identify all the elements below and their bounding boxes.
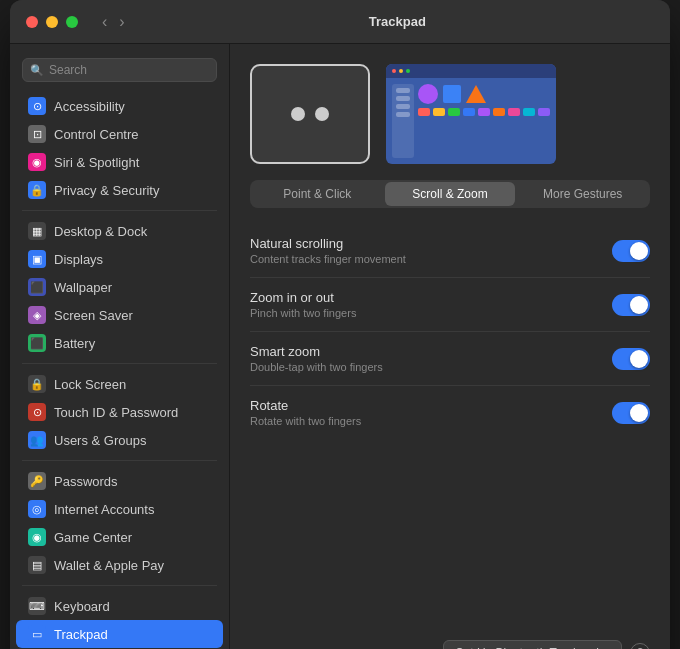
screen-red-dot: [392, 69, 396, 73]
nav-buttons: ‹ ›: [98, 12, 129, 32]
sidebar-label-desktop-dock: Desktop & Dock: [54, 224, 147, 239]
setting-label-natural-scrolling: Natural scrolling: [250, 236, 406, 251]
screen-preview: [386, 64, 556, 164]
traffic-lights: [26, 16, 78, 28]
minimize-button[interactable]: [46, 16, 58, 28]
keyboard-icon: ⌨: [28, 597, 46, 615]
screen-inner: [386, 64, 556, 164]
sidebar-line: [396, 104, 410, 109]
tab-scroll-zoom[interactable]: Scroll & Zoom: [385, 182, 516, 206]
displays-icon: ▣: [28, 250, 46, 268]
sidebar-label-battery: Battery: [54, 336, 95, 351]
sidebar-item-game-center[interactable]: ◉Game Center: [16, 523, 223, 551]
search-icon: 🔍: [30, 64, 44, 77]
setting-desc-zoom-in-out: Pinch with two fingers: [250, 307, 356, 319]
search-input[interactable]: [22, 58, 217, 82]
sidebar-line: [396, 96, 410, 101]
sidebar-item-users-groups[interactable]: 👥Users & Groups: [16, 426, 223, 454]
back-button[interactable]: ‹: [98, 12, 111, 32]
sidebar-item-passwords[interactable]: 🔑Passwords: [16, 467, 223, 495]
content-area: 🔍 ⊙Accessibility⊡Control Centre◉Siri & S…: [10, 44, 670, 649]
shape-triangle: [466, 85, 486, 103]
sidebar-label-touch-id-password: Touch ID & Password: [54, 405, 178, 420]
sidebar-line: [396, 112, 410, 117]
main-content: Point & Click Scroll & Zoom More Gesture…: [230, 44, 670, 649]
sidebar-item-wallet-apple-pay[interactable]: ▤Wallet & Apple Pay: [16, 551, 223, 579]
setting-row-smart-zoom: Smart zoomDouble-tap with two fingers: [250, 332, 650, 386]
trackpad-preview: [250, 64, 370, 164]
color-swatch-8: [538, 108, 550, 116]
touch-id-password-icon: ⊙: [28, 403, 46, 421]
toggle-zoom-in-out[interactable]: [612, 294, 650, 316]
tab-more-gestures[interactable]: More Gestures: [517, 182, 648, 206]
sidebar-item-displays[interactable]: ▣Displays: [16, 245, 223, 273]
setting-text-rotate: RotateRotate with two fingers: [250, 398, 361, 427]
control-centre-icon: ⊡: [28, 125, 46, 143]
sidebar-item-control-centre[interactable]: ⊡Control Centre: [16, 120, 223, 148]
divider-4: [22, 585, 217, 586]
close-button[interactable]: [26, 16, 38, 28]
sidebar-label-internet-accounts: Internet Accounts: [54, 502, 154, 517]
screen-shapes: [418, 84, 550, 104]
sidebar-item-wallpaper[interactable]: ⬛Wallpaper: [16, 273, 223, 301]
maximize-button[interactable]: [66, 16, 78, 28]
sidebar-label-keyboard: Keyboard: [54, 599, 110, 614]
sidebar-item-battery[interactable]: ⬛Battery: [16, 329, 223, 357]
screen-top-bar: [386, 64, 556, 78]
tab-bar: Point & Click Scroll & Zoom More Gesture…: [250, 180, 650, 208]
toggle-natural-scrolling[interactable]: [612, 240, 650, 262]
color-swatch-7: [523, 108, 535, 116]
toggle-knob-rotate: [630, 404, 648, 422]
wallet-apple-pay-icon: ▤: [28, 556, 46, 574]
window-title: Trackpad: [141, 14, 654, 29]
color-swatch-1: [433, 108, 445, 116]
setting-row-rotate: RotateRotate with two fingers: [250, 386, 650, 439]
sidebar-item-trackpad[interactable]: ▭Trackpad: [16, 620, 223, 648]
toggle-smart-zoom[interactable]: [612, 348, 650, 370]
screen-content: [386, 78, 556, 164]
setting-row-zoom-in-out: Zoom in or outPinch with two fingers: [250, 278, 650, 332]
sidebar-item-accessibility[interactable]: ⊙Accessibility: [16, 92, 223, 120]
screen-green-dot: [406, 69, 410, 73]
color-swatches: [418, 108, 550, 116]
desktop-dock-icon: ▦: [28, 222, 46, 240]
setting-row-natural-scrolling: Natural scrollingContent tracks finger m…: [250, 224, 650, 278]
forward-button[interactable]: ›: [115, 12, 128, 32]
titlebar: ‹ › Trackpad: [10, 0, 670, 44]
color-swatch-5: [493, 108, 505, 116]
dot-left: [291, 107, 305, 121]
setup-bluetooth-button[interactable]: Set Up Bluetooth Trackpad...: [443, 640, 622, 649]
passwords-icon: 🔑: [28, 472, 46, 490]
setting-label-zoom-in-out: Zoom in or out: [250, 290, 356, 305]
main-window: ‹ › Trackpad 🔍 ⊙Accessibility⊡Control Ce…: [10, 0, 670, 649]
sidebar-label-accessibility: Accessibility: [54, 99, 125, 114]
help-button[interactable]: ?: [630, 643, 650, 649]
sidebar-label-users-groups: Users & Groups: [54, 433, 146, 448]
sidebar-label-trackpad: Trackpad: [54, 627, 108, 642]
sidebar-label-wallpaper: Wallpaper: [54, 280, 112, 295]
sidebar-item-lock-screen[interactable]: 🔒Lock Screen: [16, 370, 223, 398]
trackpad-dots: [291, 107, 329, 121]
sidebar-label-game-center: Game Center: [54, 530, 132, 545]
color-swatch-2: [448, 108, 460, 116]
sidebar-item-screen-saver[interactable]: ◈Screen Saver: [16, 301, 223, 329]
sidebar-group2: ▦Desktop & Dock▣Displays⬛Wallpaper◈Scree…: [10, 217, 229, 357]
sidebar-item-touch-id-password[interactable]: ⊙Touch ID & Password: [16, 398, 223, 426]
siri-spotlight-icon: ◉: [28, 153, 46, 171]
sidebar-item-desktop-dock[interactable]: ▦Desktop & Dock: [16, 217, 223, 245]
toggle-rotate[interactable]: [612, 402, 650, 424]
screen-yellow-dot: [399, 69, 403, 73]
tab-point-click[interactable]: Point & Click: [252, 182, 383, 206]
sidebar: 🔍 ⊙Accessibility⊡Control Centre◉Siri & S…: [10, 44, 230, 649]
setting-label-rotate: Rotate: [250, 398, 361, 413]
color-swatch-6: [508, 108, 520, 116]
toggle-knob-natural-scrolling: [630, 242, 648, 260]
toggle-knob-zoom-in-out: [630, 296, 648, 314]
sidebar-item-keyboard[interactable]: ⌨Keyboard: [16, 592, 223, 620]
internet-accounts-icon: ◎: [28, 500, 46, 518]
sidebar-item-privacy-security[interactable]: 🔒Privacy & Security: [16, 176, 223, 204]
sidebar-item-internet-accounts[interactable]: ◎Internet Accounts: [16, 495, 223, 523]
sidebar-label-screen-saver: Screen Saver: [54, 308, 133, 323]
accessibility-icon: ⊙: [28, 97, 46, 115]
sidebar-item-siri-spotlight[interactable]: ◉Siri & Spotlight: [16, 148, 223, 176]
